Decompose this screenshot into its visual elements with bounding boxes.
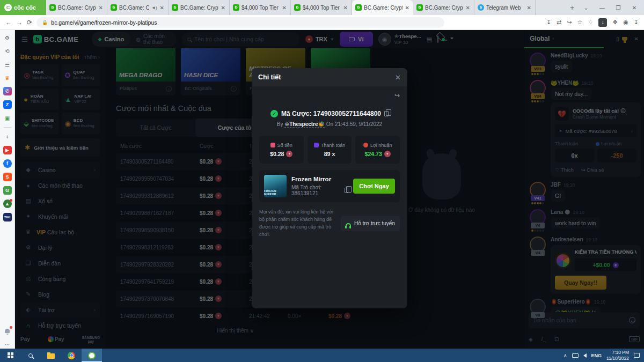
minimize-button[interactable]: — [595, 5, 610, 11]
url-text[interactable]: bc.game/vi/game/frozen-mirror-by-platipu… [51, 19, 157, 26]
start-button[interactable] [0, 349, 20, 362]
coccoc-hot-icon[interactable]: ♛ [3, 73, 12, 82]
browser-tab[interactable]: b $4,000 Top Tier Plat ◄) ✕ [291, 0, 352, 15]
trx-coin-icon: ▼ [384, 151, 391, 157]
maximize-button[interactable]: ❐ [611, 5, 626, 11]
bet-user-link[interactable]: ♔Thespectre🐝 [284, 121, 325, 128]
stat-value: $24.73 [365, 151, 382, 157]
stat-value: $0.28 [270, 151, 284, 157]
file-explorer-icon[interactable] [41, 349, 61, 362]
url-field[interactable]: 🔒 bc.game/vi/game/frozen-mirror-by-plati… [36, 17, 444, 28]
taskbar-search-icon[interactable] [20, 349, 41, 362]
browser-tab[interactable]: b BC.Game: Crypto Ca ◄) ✕ [169, 0, 230, 15]
shield-icon[interactable]: ♢ [588, 19, 593, 26]
tray-expand-icon[interactable]: ∧ [564, 353, 567, 358]
stat-amount: Số tiền $0.28▼ [259, 136, 304, 164]
new-tab-button[interactable]: + [566, 0, 579, 15]
back-button[interactable]: ← [5, 19, 12, 26]
facebook-icon[interactable]: f [3, 159, 12, 168]
modal-title: Chi tiết [258, 73, 281, 81]
hand-coin-icon [363, 143, 368, 147]
tab-close-icon[interactable]: ✕ [282, 5, 287, 11]
reading-list-icon[interactable]: ☰ [3, 60, 12, 69]
tab-close-icon[interactable]: ✕ [159, 5, 165, 11]
copy-icon[interactable] [345, 188, 348, 193]
tab-close-icon[interactable]: ✕ [526, 5, 532, 11]
tabs: b BC.Game: Crypto Ca ◄) ✕ b BC.Game: Cry… [46, 0, 566, 15]
clock[interactable]: 7:10 PM 11/10/2022 [606, 350, 629, 360]
tray-time: 7:10 PM [612, 350, 629, 355]
tiki-icon[interactable]: TIKI [3, 213, 12, 221]
bet-stats: Số tiền $0.28▼ Thanh toán 89 x Lợi nhuận… [259, 136, 400, 164]
zalo-icon[interactable]: Z [3, 100, 12, 109]
headset-icon [346, 223, 351, 226]
divider [4, 127, 11, 128]
chrome-icon[interactable] [61, 349, 82, 362]
card-icon [314, 143, 319, 147]
tab-title: BC.Game: Crypto Ca [425, 5, 463, 11]
share-icon[interactable]: ↪ [394, 92, 400, 99]
action-center-icon[interactable] [634, 353, 640, 358]
messenger-icon[interactable]: ✆ [3, 87, 12, 95]
download-tray-icon[interactable]: ↧ [634, 19, 639, 26]
game-thumbnail[interactable]: FROZEN MIRROR [264, 175, 287, 197]
window-controls: ⌄ — ❐ ✕ [579, 0, 644, 15]
settings-gear-icon[interactable]: ⚙ [3, 33, 12, 42]
browser-tab[interactable]: b BC.Game: Crypto Ca ◄) ✕ [46, 0, 107, 15]
shop-orange-icon[interactable]: S [3, 173, 12, 181]
profile-icon[interactable]: ◉ [623, 19, 628, 26]
bet-datetime: 21:43:59, 9/11/2022 [335, 121, 382, 127]
tab-title: BC.Game: Crypto Ca [364, 5, 402, 11]
bookmark-star-icon[interactable]: ☆ [577, 19, 583, 26]
live-support-button[interactable]: Hỗ trợ trực tuyến [341, 216, 400, 231]
notifications-bell-icon[interactable] [3, 327, 12, 335]
browser-tab[interactable]: b $4,000 Top Tier Plati ◄) ✕ [230, 0, 291, 15]
shop-hat-icon[interactable]: ▲ [3, 200, 12, 208]
close-window-button[interactable]: ✕ [627, 5, 642, 11]
translate-icon[interactable]: ⇄ [557, 19, 561, 26]
addressbar: ← → ⟳ 🔒 bc.game/vi/game/frozen-mirror-by… [0, 15, 644, 30]
play-now-button[interactable]: Chơi Ngay [353, 179, 395, 194]
share-icon[interactable]: ↪ [567, 19, 572, 26]
speaker-icon[interactable] [583, 353, 587, 358]
screen: C cốc cốc b BC.Game: Crypto Ca ◄) ✕ b BC… [0, 0, 644, 362]
tab-favicon: b [355, 4, 362, 11]
coccoc-brand[interactable]: C cốc cốc [0, 0, 46, 15]
add-icon[interactable]: + [3, 132, 12, 141]
modal-body: ↪ ✓ Mã Cược: 1749030052711644800 By ♔The… [252, 86, 407, 244]
browser-tab[interactable]: b BC.Game: Crypto Ca ◄) ✕ [352, 0, 413, 15]
tab-close-icon[interactable]: ✕ [343, 5, 348, 11]
coccoc-brand-label: cốc cốc [14, 4, 36, 11]
tab-close-icon[interactable]: ✕ [405, 5, 410, 11]
browser-tab[interactable]: b BC.Game: Crypto Ca ◄) ✕ [413, 0, 474, 15]
browser-tab[interactable]: b BC.Game: Crypto ◄) ✕ [107, 0, 169, 15]
reload-button[interactable]: ⟳ [27, 19, 32, 26]
tab-close-icon[interactable]: ✕ [98, 5, 104, 11]
tab-favicon: b [416, 4, 423, 11]
moneybag-icon [270, 143, 275, 147]
tab-favicon: b [111, 4, 117, 11]
modal-close-icon[interactable]: ✕ [395, 73, 401, 82]
network-icon[interactable] [572, 353, 579, 358]
forward-button[interactable]: → [16, 19, 23, 26]
extensions-icon[interactable]: ❖ [612, 19, 618, 26]
tab-title: $4,000 Top Tier Plati [241, 5, 280, 11]
live-support-label: Hỗ trợ trực tuyến [354, 220, 395, 226]
tab-search-icon[interactable]: ⌄ [579, 5, 594, 11]
browser-tab[interactable]: b Telegram Web ◄) ✕ [474, 0, 536, 15]
save-page-icon[interactable]: ↧ [546, 19, 551, 26]
shop-green-icon[interactable]: G [3, 186, 12, 195]
games-icon[interactable]: ▣ [3, 114, 12, 122]
coccoc-taskbar-icon[interactable] [82, 349, 102, 362]
tab-favicon: b [233, 4, 239, 11]
youtube-icon[interactable]: ▶ [3, 146, 12, 154]
more-icon[interactable]: ⋯ [3, 340, 12, 349]
tab-close-icon[interactable]: ✕ [221, 5, 226, 11]
language-indicator[interactable]: ENG [591, 353, 602, 358]
tab-close-icon[interactable]: ✕ [465, 5, 471, 11]
history-icon[interactable]: ⟲ [3, 47, 12, 55]
bet-id-text: Mã Cược: 1749030052711644800 [281, 110, 381, 117]
game-name: Frozen Mirror [291, 176, 348, 182]
downloads-icon[interactable]: ↓ [598, 18, 607, 27]
copy-icon[interactable] [384, 111, 389, 116]
